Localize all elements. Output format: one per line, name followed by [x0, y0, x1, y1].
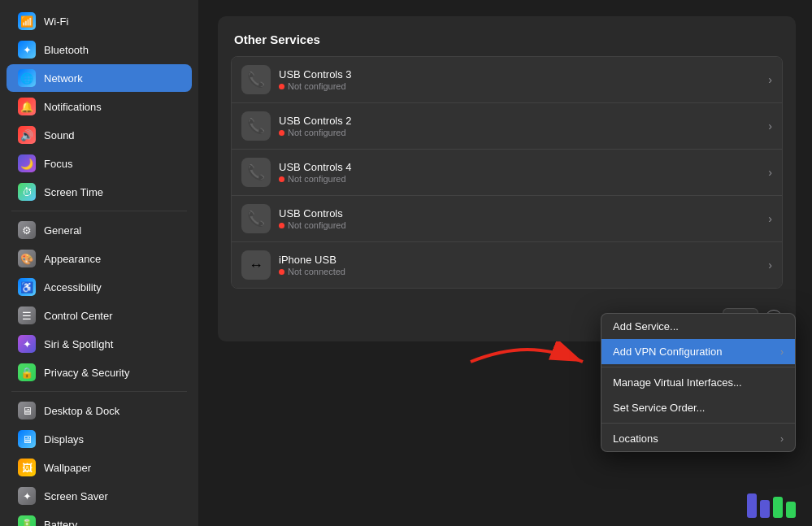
- sidebar-label-accessibility: Accessibility: [44, 281, 102, 293]
- sidebar-item-sound[interactable]: 🔊Sound: [7, 121, 192, 149]
- siri-icon: ✦: [18, 335, 36, 353]
- bottom-decoration: [747, 493, 796, 518]
- service-info-usb2: USB Controls 2Not configured: [279, 115, 768, 137]
- dropdown-menu: Add Service...Add VPN Configuration›Mana…: [601, 313, 796, 452]
- service-status-usb3: Not configured: [279, 81, 768, 91]
- service-status-usb4: Not configured: [279, 174, 768, 184]
- service-item-iphoneusb[interactable]: ↔iPhone USBNot connected›: [232, 242, 782, 288]
- sidebar-label-desktop: Desktop & Dock: [44, 405, 119, 417]
- sidebar-label-sound: Sound: [44, 129, 75, 141]
- wifi-icon: 📶: [18, 12, 36, 30]
- sidebar-label-controlcenter: Control Center: [44, 310, 113, 322]
- sidebar-item-battery[interactable]: 🔋Battery: [7, 511, 192, 526]
- general-icon: ⚙: [18, 221, 36, 239]
- dropdown-separator-sep2: [601, 423, 795, 424]
- main-content: Other Services 📞USB Controls 3Not config…: [202, 0, 812, 526]
- focus-icon: 🌙: [18, 154, 36, 172]
- service-name-usb: USB Controls: [279, 207, 768, 220]
- sidebar-item-general[interactable]: ⚙General: [7, 216, 192, 244]
- dropdown-item-managevirtual[interactable]: Manage Virtual Interfaces...: [601, 370, 795, 395]
- service-chevron-usb: ›: [768, 212, 772, 225]
- appearance-icon: 🎨: [18, 250, 36, 267]
- sidebar-label-focus: Focus: [44, 158, 72, 170]
- sound-icon: 🔊: [18, 126, 36, 144]
- battery-icon: 🔋: [18, 515, 36, 526]
- notifications-icon: 🔔: [18, 98, 36, 115]
- sidebar-item-displays[interactable]: 🖥Displays: [7, 425, 192, 453]
- sidebar-label-general: General: [44, 224, 81, 237]
- sidebar-item-bluetooth[interactable]: ✦Bluetooth: [7, 36, 192, 63]
- sidebar-label-wifi: Wi-Fi: [44, 15, 68, 28]
- sidebar-item-appearance[interactable]: 🎨Appearance: [7, 245, 192, 272]
- status-text-usb4: Not configured: [288, 174, 346, 184]
- service-item-usb2[interactable]: 📞USB Controls 2Not configured›: [232, 103, 782, 150]
- svg-rect-3: [773, 497, 783, 518]
- desktop-icon: 🖥: [18, 402, 36, 419]
- service-icon-usb2: 📞: [241, 111, 271, 141]
- dropdown-item-setorder[interactable]: Set Service Order...: [601, 395, 795, 420]
- service-icon-usb3: 📞: [241, 65, 271, 94]
- dropdown-label-managevirtual: Manage Virtual Interfaces...: [613, 376, 742, 389]
- dropdown-label-addvpn: Add VPN Configuration: [613, 346, 722, 358]
- dropdown-item-addservice[interactable]: Add Service...: [601, 314, 795, 339]
- status-dot-usb: [279, 223, 284, 228]
- svg-rect-2: [760, 500, 770, 518]
- sidebar-divider: [11, 391, 187, 392]
- sidebar-item-wifi[interactable]: 📶Wi-Fi: [7, 7, 192, 35]
- sidebar-item-network[interactable]: 🌐Network: [7, 64, 192, 92]
- service-chevron-iphoneusb: ›: [768, 259, 772, 272]
- content-panel: Other Services 📞USB Controls 3Not config…: [218, 16, 796, 341]
- sidebar-item-privacy[interactable]: 🔒Privacy & Security: [7, 359, 192, 386]
- svg-rect-4: [786, 502, 796, 518]
- sidebar-label-battery: Battery: [44, 519, 77, 527]
- sidebar-label-siri: Siri & Spotlight: [44, 338, 113, 350]
- service-info-usb: USB ControlsNot configured: [279, 207, 768, 230]
- arrow-container: [462, 341, 593, 385]
- status-dot-usb3: [279, 84, 284, 89]
- status-text-usb: Not configured: [288, 220, 346, 230]
- status-dot-usb4: [279, 176, 284, 182]
- dropdown-item-addvpn[interactable]: Add VPN Configuration›: [601, 339, 795, 364]
- service-status-usb: Not configured: [279, 220, 768, 230]
- sidebar-item-notifications[interactable]: 🔔Notifications: [7, 93, 192, 120]
- service-item-usb3[interactable]: 📞USB Controls 3Not configured›: [232, 57, 782, 103]
- service-info-iphoneusb: iPhone USBNot connected: [279, 254, 768, 276]
- sidebar-item-desktop[interactable]: 🖥Desktop & Dock: [7, 397, 192, 424]
- sidebar-label-notifications: Notifications: [44, 101, 102, 113]
- sidebar-divider: [11, 211, 187, 211]
- status-text-iphoneusb: Not connected: [288, 267, 345, 276]
- service-chevron-usb2: ›: [768, 120, 772, 133]
- sidebar-item-focus[interactable]: 🌙Focus: [7, 150, 192, 177]
- arrow-icon: [462, 341, 593, 382]
- sidebar-item-screentime[interactable]: ⏱Screen Time: [7, 178, 192, 206]
- sidebar-label-screensaver: Screen Saver: [44, 490, 108, 502]
- dropdown-label-locations: Locations: [613, 433, 658, 445]
- service-status-usb2: Not configured: [279, 128, 768, 137]
- sidebar-label-displays: Displays: [44, 433, 84, 446]
- service-list: 📞USB Controls 3Not configured›📞USB Contr…: [231, 56, 783, 289]
- privacy-icon: 🔒: [18, 363, 36, 381]
- service-item-usb4[interactable]: 📞USB Controls 4Not configured›: [232, 150, 782, 196]
- service-chevron-usb3: ›: [768, 73, 772, 86]
- accessibility-icon: ♿: [18, 278, 36, 296]
- sidebar-label-bluetooth: Bluetooth: [44, 44, 89, 56]
- sidebar-label-appearance: Appearance: [44, 253, 101, 265]
- sidebar-item-accessibility[interactable]: ♿Accessibility: [7, 273, 192, 301]
- sidebar-item-screensaver[interactable]: ✦Screen Saver: [7, 482, 192, 510]
- sidebar-item-wallpaper[interactable]: 🖼Wallpaper: [7, 454, 192, 481]
- bluetooth-icon: ✦: [18, 41, 36, 59]
- screentime-icon: ⏱: [18, 183, 36, 201]
- sidebar-item-controlcenter[interactable]: ☰Control Center: [7, 302, 192, 329]
- dropdown-item-locations[interactable]: Locations›: [601, 426, 795, 451]
- displays-icon: 🖥: [18, 430, 36, 448]
- dropdown-chevron-addvpn: ›: [780, 346, 784, 358]
- service-name-usb2: USB Controls 2: [279, 115, 768, 127]
- section-title: Other Services: [218, 16, 796, 56]
- service-icon-usb: 📞: [241, 204, 271, 233]
- sidebar-item-siri[interactable]: ✦Siri & Spotlight: [7, 330, 192, 358]
- dropdown-chevron-locations: ›: [780, 433, 784, 445]
- service-icon-iphoneusb: ↔: [241, 250, 271, 280]
- service-item-usb[interactable]: 📞USB ControlsNot configured›: [232, 196, 782, 242]
- dropdown-separator-sep1: [601, 367, 795, 367]
- sidebar-label-privacy: Privacy & Security: [44, 367, 129, 379]
